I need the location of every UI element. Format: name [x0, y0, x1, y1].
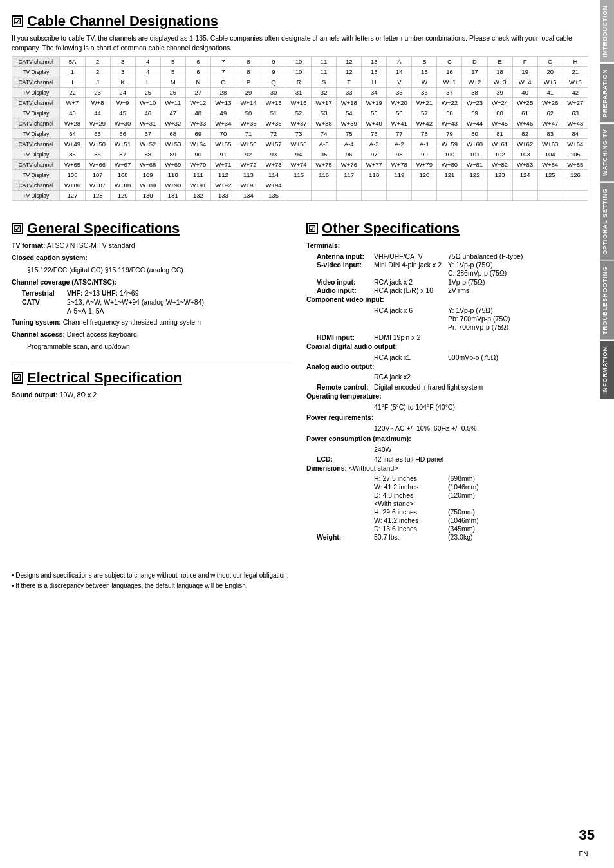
video-input-value: 1Vp-p (75Ω): [448, 278, 588, 286]
dim-w2-row: W: 41.2 inches (1046mm): [306, 516, 588, 524]
general-spec-section: ☑ General Specifications TV format: ATSC…: [12, 220, 293, 352]
coaxial-label-line: Coaxial digital audio output:: [306, 342, 588, 352]
analog-audio-label: Analog audio output:: [306, 363, 375, 370]
sound-output-value: 10W, 8Ω x 2: [60, 391, 97, 399]
sidebar-tab-watching[interactable]: WATCHING TV: [600, 124, 614, 181]
cable-section-title: Cable Channel Designations: [27, 13, 218, 30]
dim-w1-label: W: 41.2 inches: [374, 483, 448, 491]
electrical-section-header: ☑ Electrical Specification: [12, 370, 293, 386]
hdmi-input-row: HDMI input: HDMI 19pin x 2: [306, 334, 588, 341]
dim-h1-row: H: 27.5 inches (698mm): [306, 475, 588, 482]
component-video-row1: RCA jack x 6 Y: 1Vp-p (75Ω): [306, 307, 588, 314]
sidebar-tab-preparation[interactable]: PREPARATION: [600, 64, 614, 122]
other-spec-section: ☑ Other Specifications Terminals: Antenn…: [306, 220, 588, 541]
audio-input-value: 2V rms: [448, 287, 588, 294]
dim-h2-empty: [306, 508, 374, 516]
lcd-value: 42 inches full HD panel: [374, 455, 443, 463]
cable-checkbox-icon: ☑: [12, 15, 23, 27]
remote-control-value: Digital encoded infrared light system: [374, 383, 483, 391]
tv-format-label: TV format:: [12, 241, 46, 249]
tuning-system-line: Tuning system: Channel frequency synthes…: [12, 317, 293, 328]
cable-intro-text: If you subscribe to cable TV, the channe…: [12, 33, 588, 52]
coaxial-label: Coaxial digital audio output:: [306, 343, 397, 350]
section-divider: [12, 363, 293, 363]
table-row: CATV channel5A2345678910111213ABCDEFGH: [12, 57, 588, 67]
tv-format-line: TV format: ATSC / NTSC-M TV standard: [12, 241, 293, 251]
dim-d2-empty: [306, 525, 374, 533]
closed-caption-label-line: Closed caption system:: [12, 253, 293, 263]
coaxial-jack-label: RCA jack x1: [374, 354, 448, 361]
weight-row: Weight: 50.7 lbs. (23.0kg): [306, 533, 588, 541]
lcd-row: LCD: 42 inches full HD panel: [306, 455, 588, 463]
operating-temp-label: Operating temperature:: [306, 392, 382, 400]
sidebar-tab-introduction[interactable]: INTRODUCTION: [600, 0, 614, 62]
table-row: CATV channelW+49W+50W+51W+52W+53W+54W+55…: [12, 139, 588, 149]
right-sidebar: INTRODUCTION PREPARATION WATCHING TV OPT…: [600, 0, 614, 868]
page-lang: EN: [579, 851, 588, 858]
weight-label: Weight:: [306, 533, 374, 541]
svideo-input-sublabel: Mini DIN 4-pin jack x 2: [374, 261, 448, 269]
sound-output-label: Sound output:: [12, 391, 58, 399]
footer-notes: • Designs and specifications are subject…: [12, 571, 588, 591]
dim-w2-empty: [306, 516, 374, 524]
table-row: CATV channelW+86W+87W+88W+89W+90W+91W+92…: [12, 180, 588, 191]
table-row: CATV channelW+65W+66W+67W+68W+69W+70W+71…: [12, 160, 588, 170]
main-content: ☑ Cable Channel Designations If you subs…: [0, 0, 600, 598]
dim-d1-empty: [306, 491, 374, 499]
power-req-label-line: Power requirements:: [306, 413, 588, 423]
terrestrial-value: VHF: 2~13 UHF: 14~69: [67, 289, 139, 297]
component-video-sublabel: RCA jack x 6: [374, 307, 448, 314]
left-specs-col: ☑ General Specifications TV format: ATSC…: [12, 214, 293, 551]
general-checkbox-icon: ☑: [12, 223, 23, 234]
sound-output-line: Sound output: 10W, 8Ω x 2: [12, 390, 293, 401]
remote-control-label: Remote control:: [306, 383, 374, 391]
catv-value: 2~13, A~W, W+1~W+94 (analog W+1~W+84),: [67, 298, 206, 306]
general-section-title: General Specifications: [27, 220, 180, 237]
dim-d2-label: D: 13.6 inches: [374, 525, 448, 533]
coaxial-value: 500mVp-p (75Ω): [448, 354, 588, 361]
electrical-checkbox-icon: ☑: [12, 372, 23, 384]
component-video-pb: Pb: 700mVp-p (75Ω): [306, 315, 588, 323]
terminals-label: Terminals:: [306, 241, 340, 249]
cable-section: ☑ Cable Channel Designations If you subs…: [12, 13, 588, 201]
dim-w1-row: W: 41.2 inches (1046mm): [306, 483, 588, 491]
sidebar-tab-optional[interactable]: OPTIONAL SETTING: [600, 183, 614, 260]
hdmi-input-value: HDMI 19pin x 2: [374, 334, 448, 341]
catv-label: CATV: [22, 298, 67, 306]
dim-d1-value: (120mm): [448, 491, 588, 499]
antenna-input-sublabel: VHF/UHF/CATV: [374, 252, 448, 260]
svideo-input-row: S-video input: Mini DIN 4-pin jack x 2 Y…: [306, 261, 588, 269]
dim-w2-label: W: 41.2 inches: [374, 516, 448, 524]
page-number: 35 EN: [579, 827, 595, 860]
general-section-header: ☑ General Specifications: [12, 220, 293, 237]
table-row: TV Display222324252627282930313233343536…: [12, 88, 588, 98]
channel-access-line: Channel access: Direct access keyboard,: [12, 330, 293, 340]
other-section-title: Other Specifications: [322, 220, 460, 237]
footer-note-1: • Designs and specifications are subject…: [12, 571, 588, 581]
table-row: TV Display646566676869707172737475767778…: [12, 129, 588, 139]
audio-input-row: Audio input: RCA jack (L/R) x 10 2V rms: [306, 287, 588, 294]
dim-h2-value: (750mm): [448, 508, 588, 516]
other-checkbox-icon: ☑: [306, 223, 318, 234]
page-number-value: 35: [579, 827, 595, 843]
electrical-spec-section: ☑ Electrical Specification Sound output:…: [12, 370, 293, 401]
closed-caption-value-line: §15.122/FCC (digital CC) §15.119/FCC (an…: [12, 265, 293, 276]
analog-audio-label-line: Analog audio output:: [306, 362, 588, 372]
svideo-input-value2: C: 286mVp-p (75Ω): [306, 269, 588, 277]
component-video-label: Component video input:: [306, 296, 384, 303]
right-specs-col: ☑ Other Specifications Terminals: Antenn…: [306, 214, 588, 551]
dim-w2-value: (1046mm): [448, 516, 588, 524]
power-req-value: 120V~ AC +/- 10%, 60Hz +/- 0.5%: [306, 424, 588, 432]
dimensions-without-stand: <Without stand>: [349, 464, 398, 472]
sidebar-tab-troubleshooting[interactable]: TROUBLESHOOTING: [600, 261, 614, 340]
dim-h1-empty: [306, 475, 374, 482]
video-input-sublabel: RCA jack x 2: [374, 278, 448, 286]
component-video-pr: Pr: 700mVp-p (75Ω): [306, 323, 588, 331]
dim-d2-value: (345mm): [448, 525, 588, 533]
operating-temp-value: 41°F (5°C) to 104°F (40°C): [306, 403, 588, 411]
table-row: TV Display106107108109110111112113114115…: [12, 170, 588, 180]
table-row: CATV channelW+28W+29W+30W+31W+32W+33W+34…: [12, 118, 588, 129]
video-input-label: Video input:: [306, 278, 374, 286]
footer-note-2: • If there is a discrepancy between lang…: [12, 581, 588, 591]
sidebar-tab-information[interactable]: INFORMATION: [600, 341, 614, 399]
